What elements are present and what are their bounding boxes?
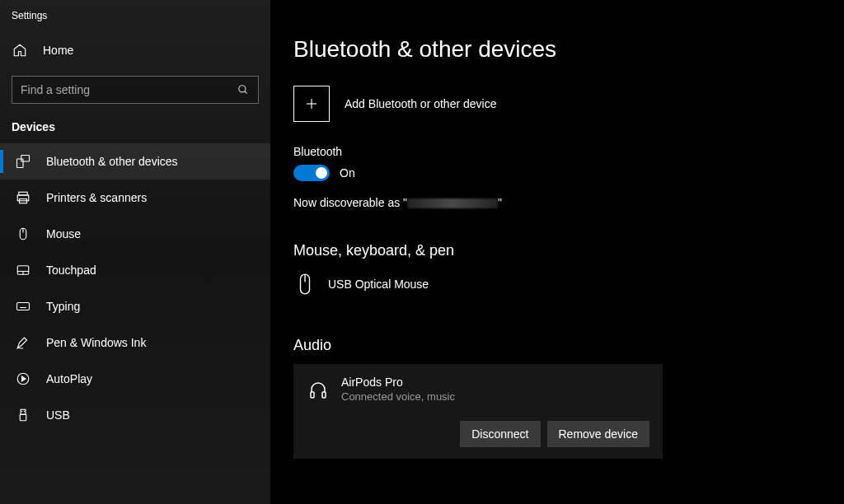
- svg-rect-28: [311, 392, 314, 398]
- nav-label: Bluetooth & other devices: [46, 155, 178, 168]
- audio-device-card[interactable]: AirPods Pro Connected voice, music Disco…: [293, 364, 663, 459]
- main-content: Bluetooth & other devices Add Bluetooth …: [270, 0, 844, 504]
- add-device-label: Add Bluetooth or other device: [345, 97, 496, 110]
- pen-icon: [15, 335, 31, 350]
- nav-label: Typing: [46, 300, 80, 313]
- nav-label: AutoPlay: [46, 372, 92, 385]
- toggle-status: On: [340, 166, 355, 180]
- nav-autoplay[interactable]: AutoPlay: [0, 361, 270, 397]
- svg-rect-2: [17, 159, 24, 168]
- svg-rect-20: [21, 409, 26, 414]
- bluetooth-toggle[interactable]: [293, 165, 330, 181]
- nav-label: Pen & Windows Ink: [46, 336, 146, 349]
- home-icon: [12, 43, 28, 58]
- discoverable-prefix: Now discoverable as ": [293, 196, 407, 209]
- nav-list: Bluetooth & other devices Printers & sca…: [0, 143, 270, 433]
- disconnect-button[interactable]: Disconnect: [460, 421, 540, 447]
- audio-device-status: Connected voice, music: [341, 390, 455, 403]
- home-label: Home: [43, 44, 73, 57]
- svg-rect-3: [21, 156, 30, 162]
- nav-label: USB: [46, 408, 70, 422]
- nav-touchpad[interactable]: Touchpad: [0, 252, 270, 288]
- redacted-name: [407, 198, 498, 208]
- nav-pen[interactable]: Pen & Windows Ink: [0, 324, 270, 361]
- keyboard-icon: [15, 299, 31, 314]
- category-header: Devices: [0, 120, 270, 143]
- audio-section-header: Audio: [293, 337, 844, 354]
- bluetooth-devices-icon: [15, 154, 31, 169]
- usb-icon: [15, 408, 31, 422]
- discoverable-text: Now discoverable as "": [293, 196, 844, 209]
- headphones-icon: [307, 380, 330, 400]
- nav-printers[interactable]: Printers & scanners: [0, 180, 270, 216]
- svg-point-0: [239, 86, 246, 92]
- nav-typing[interactable]: Typing: [0, 288, 270, 324]
- audio-device-name: AirPods Pro: [341, 376, 455, 389]
- nav-mouse[interactable]: Mouse: [0, 216, 270, 252]
- home-link[interactable]: Home: [0, 35, 270, 66]
- nav-usb[interactable]: USB: [0, 397, 270, 433]
- mouse-icon: [15, 226, 31, 241]
- sidebar: Settings Home Devices Bluetooth & other …: [0, 0, 270, 504]
- autoplay-icon: [15, 371, 31, 386]
- plus-icon: [293, 86, 330, 122]
- search-box[interactable]: [12, 76, 259, 104]
- svg-rect-12: [17, 303, 30, 310]
- nav-label: Mouse: [46, 227, 81, 240]
- discoverable-suffix: ": [498, 196, 502, 209]
- printer-icon: [15, 190, 31, 205]
- bluetooth-label: Bluetooth: [293, 145, 844, 158]
- add-device-button[interactable]: Add Bluetooth or other device: [293, 86, 844, 122]
- page-title: Bluetooth & other devices: [293, 36, 844, 63]
- remove-device-button[interactable]: Remove device: [547, 421, 650, 447]
- mouse-section-header: Mouse, keyboard, & pen: [293, 242, 844, 259]
- svg-rect-29: [322, 392, 326, 398]
- nav-label: Printers & scanners: [46, 191, 147, 204]
- svg-marker-19: [22, 376, 26, 381]
- nav-bluetooth[interactable]: Bluetooth & other devices: [0, 143, 270, 180]
- device-row-mouse[interactable]: USB Optical Mouse: [293, 269, 844, 299]
- svg-rect-21: [20, 414, 26, 421]
- nav-label: Touchpad: [46, 264, 96, 277]
- app-title: Settings: [0, 10, 270, 35]
- device-name: USB Optical Mouse: [328, 278, 429, 291]
- svg-line-1: [245, 91, 247, 94]
- touchpad-icon: [15, 263, 31, 278]
- search-input[interactable]: [21, 83, 237, 96]
- mouse-device-icon: [293, 273, 316, 296]
- search-icon: [237, 84, 250, 96]
